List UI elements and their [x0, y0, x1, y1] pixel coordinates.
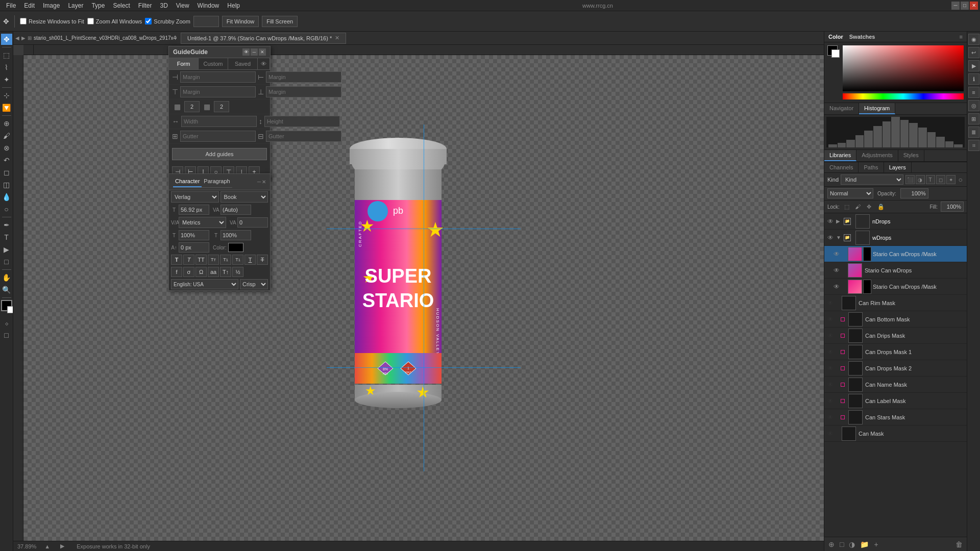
menu-window[interactable]: Window [193, 1, 224, 10]
gg-margin-input-4[interactable] [266, 86, 341, 97]
color-tab[interactable]: Color [828, 34, 843, 40]
fraction-btn[interactable]: ½ [232, 267, 243, 277]
layer-group-btn[interactable]: 📁 [859, 539, 870, 549]
quick-mask-btn[interactable]: ⬦ [1, 317, 12, 329]
lasso-tool[interactable]: ⌇ [1, 62, 12, 73]
actions-icon[interactable]: ▶ [968, 60, 979, 71]
menu-select[interactable]: Select [109, 1, 134, 10]
left-arrow-icon[interactable]: ◀ [15, 35, 19, 41]
layer-wdrops-group[interactable]: 👁 ▼ 📁 wDrops [824, 230, 967, 246]
right-arrow-icon[interactable]: ▶ [21, 35, 26, 41]
expand-ndrops[interactable]: ▶ [836, 218, 842, 224]
menu-view[interactable]: View [172, 1, 193, 10]
strikethrough-btn[interactable]: T [257, 255, 268, 265]
styles-tab[interactable]: Styles [898, 150, 924, 161]
guideguide-close-btn[interactable]: ✕ [259, 48, 266, 56]
gg-margin-input-1[interactable] [180, 71, 256, 83]
gg-margin-input-2[interactable] [266, 71, 341, 83]
smallcaps-btn[interactable]: TT [208, 255, 219, 265]
vis-icon-sm2[interactable]: 👁 [832, 283, 841, 291]
adjustments-tab[interactable]: Adjustments [856, 150, 898, 161]
aa-select[interactable]: Crisp [240, 279, 268, 289]
guideguide-header[interactable]: GuideGuide 👁 ─ ✕ [169, 46, 270, 58]
lock-all-btn[interactable]: 🔒 [876, 203, 885, 211]
healing-brush-tool[interactable]: ⊕ [1, 118, 12, 129]
hand-tool[interactable]: ✋ [1, 272, 12, 283]
layer-can-drips-mask[interactable]: 👁 Can Drips Mask [824, 328, 967, 344]
menu-file[interactable]: File [2, 1, 20, 10]
scrubby-zoom-checkbox[interactable]: Scrubby Zoom [145, 18, 190, 24]
layer-stario-wdrops[interactable]: 👁 Stario Can wDrops [824, 262, 967, 279]
gg-row-count[interactable] [214, 101, 229, 112]
text-color-swatch[interactable] [228, 243, 243, 252]
window-close[interactable]: ✕ [970, 2, 978, 10]
vis-icon-sm1[interactable]: 👁 [832, 250, 841, 258]
resize-windows-checkbox[interactable]: Resize Windows to Fit [20, 18, 84, 24]
kerning-select[interactable]: Metrics [179, 217, 226, 228]
swatches-tab[interactable]: Swatches [849, 34, 875, 40]
paths-icon-strip[interactable]: ⌗ [968, 140, 979, 151]
blur-tool[interactable]: 💧 [1, 191, 12, 203]
layer-can-rim-mask[interactable]: 👁 Can Rim Mask [824, 295, 967, 311]
character-tab[interactable]: Character [173, 176, 202, 187]
vis-icon-drips[interactable]: 👁 [826, 332, 835, 340]
vis-icon-drops1[interactable]: 👁 [826, 348, 835, 356]
adjustment-layer-btn[interactable]: ◑ [848, 539, 856, 549]
quick-select-tool[interactable]: ✦ [1, 74, 12, 85]
type-filter-icon[interactable]: T [926, 175, 935, 184]
fit-window-button[interactable]: Fit Window [222, 16, 259, 27]
foreground-color[interactable] [1, 300, 12, 311]
color-picker-gradient[interactable] [843, 45, 964, 91]
ligature-btn[interactable]: σ [183, 267, 194, 277]
background-color[interactable] [7, 306, 14, 313]
bold-btn[interactable]: T [171, 255, 182, 265]
menu-filter[interactable]: Filter [134, 1, 156, 10]
ordinal-btn[interactable]: T↑ [220, 267, 231, 277]
resize-windows-input[interactable] [20, 18, 27, 24]
eyedropper-tool[interactable]: 🔽 [1, 102, 12, 113]
layer-can-stars-mask[interactable]: 👁 Can Stars Mask [824, 409, 967, 425]
char-panel-close[interactable]: ✕ [262, 179, 266, 185]
filter-toggle[interactable]: ○ [958, 174, 964, 185]
alt-ligature-btn[interactable]: Ω [195, 267, 207, 277]
smart-filter-icon[interactable]: ✦ [946, 175, 955, 184]
history-brush-tool[interactable]: ↶ [1, 155, 12, 166]
zoom-all-input[interactable] [87, 18, 94, 24]
vis-icon-rim[interactable]: 👁 [826, 299, 835, 307]
shape-filter-icon[interactable]: ◻ [936, 175, 945, 184]
gg-tab-custom[interactable]: Custom [199, 58, 228, 69]
gg-tab-saved[interactable]: Saved [228, 58, 258, 69]
vis-icon-sw[interactable]: 👁 [832, 266, 841, 274]
layer-mask-btn[interactable]: □ [839, 539, 845, 549]
delete-layer-btn[interactable]: 🗑 [954, 539, 964, 549]
pen-tool[interactable]: ✒ [1, 219, 12, 231]
baseline-input[interactable] [179, 242, 209, 253]
info-icon[interactable]: ℹ [968, 73, 979, 85]
scrubby-zoom-input[interactable] [145, 18, 152, 24]
layers-kind-filter[interactable]: Kind [841, 174, 903, 185]
gg-margin-input-3[interactable] [180, 86, 256, 97]
lock-image-btn[interactable]: 🖌 [854, 203, 862, 211]
shape-tool[interactable]: □ [1, 256, 12, 267]
gg-width-input[interactable] [181, 116, 257, 127]
oldstyle-btn[interactable]: aa [208, 267, 219, 277]
brush-tool[interactable]: 🖌 [1, 130, 12, 141]
gg-height-input[interactable] [264, 116, 340, 127]
layers-tab[interactable]: Layers [884, 162, 912, 172]
text-tool[interactable]: T [1, 232, 12, 243]
gg-tab-eye[interactable]: 👁 [258, 58, 270, 69]
guideguide-eye-btn[interactable]: 👁 [242, 48, 250, 56]
vis-icon-drops2[interactable]: 👁 [826, 364, 835, 372]
font-size-input[interactable] [179, 205, 209, 215]
underline-btn[interactable]: T [244, 255, 256, 265]
dodge-tool[interactable]: ○ [1, 204, 12, 215]
fill-screen-button[interactable]: Fill Screen [262, 16, 298, 27]
layer-can-bottom-mask[interactable]: 👁 Can Bottom Mask [824, 311, 967, 328]
adjustment-filter-icon[interactable]: ◑ [916, 175, 925, 184]
background-swatch[interactable] [831, 49, 840, 58]
gradient-tool[interactable]: ◫ [1, 179, 12, 190]
doc-tab-close[interactable]: ✕ [335, 35, 339, 41]
menu-image[interactable]: Image [39, 1, 64, 10]
menu-help[interactable]: Help [223, 1, 244, 10]
fill-input[interactable] [941, 202, 964, 212]
